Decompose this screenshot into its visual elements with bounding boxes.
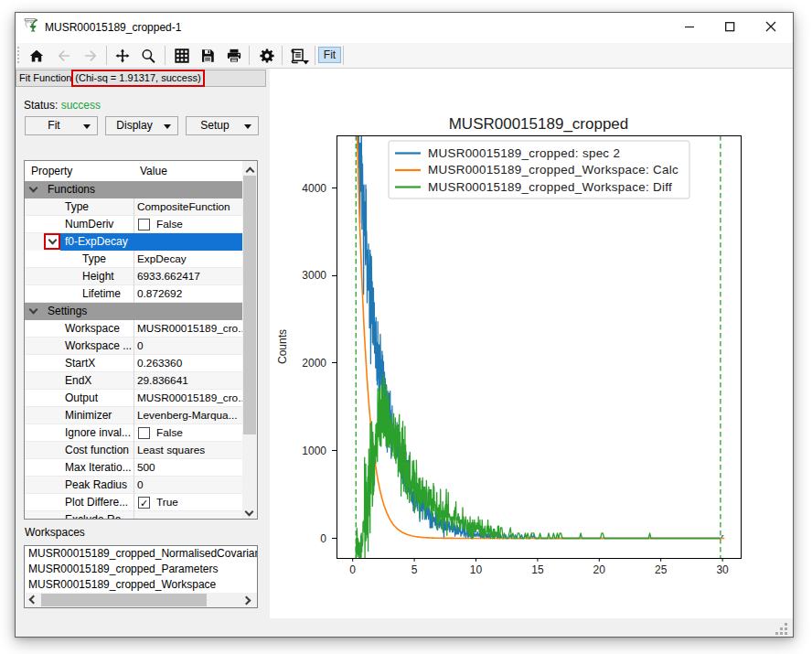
svg-text:10: 10 bbox=[470, 563, 483, 576]
svg-text:MUSR00015189_cropped_Workspace: MUSR00015189_cropped_Workspace: Calc bbox=[428, 163, 678, 177]
svg-text:MUSR00015189_cropped_Workspace: MUSR00015189_cropped_Workspace: Diff bbox=[428, 180, 672, 194]
svg-text:1000: 1000 bbox=[302, 445, 326, 457]
svg-text:2000: 2000 bbox=[302, 357, 326, 370]
svg-text:20: 20 bbox=[593, 563, 606, 576]
svg-text:4000: 4000 bbox=[302, 182, 326, 195]
svg-text:0: 0 bbox=[320, 532, 326, 545]
svg-text:Counts: Counts bbox=[276, 329, 289, 364]
svg-text:25: 25 bbox=[655, 563, 668, 576]
svg-text:5: 5 bbox=[411, 563, 418, 576]
svg-text:MUSR00015189_cropped: MUSR00015189_cropped bbox=[449, 115, 629, 133]
svg-text:0: 0 bbox=[349, 563, 356, 576]
svg-text:3000: 3000 bbox=[302, 269, 326, 282]
svg-text:MUSR00015189_cropped: spec 2: MUSR00015189_cropped: spec 2 bbox=[428, 146, 620, 160]
svg-text:15: 15 bbox=[531, 563, 544, 576]
svg-text:30: 30 bbox=[716, 563, 729, 576]
